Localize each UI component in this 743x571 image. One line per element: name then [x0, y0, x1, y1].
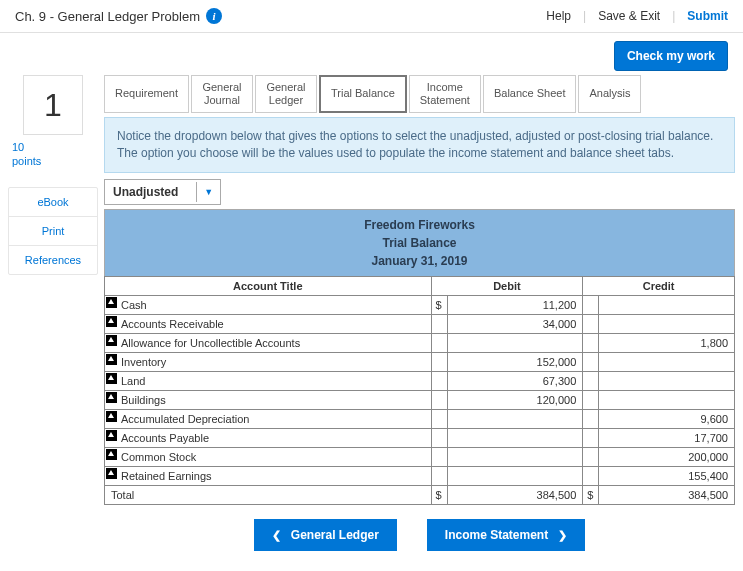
account-cell[interactable]: Accounts Receivable — [105, 314, 432, 333]
credit-cell[interactable] — [599, 371, 735, 390]
account-cell[interactable]: Accounts Payable — [105, 428, 432, 447]
debit-currency: $ — [431, 295, 447, 314]
col-credit: Credit — [583, 276, 735, 295]
report-title: Trial Balance — [105, 234, 734, 252]
chevron-down-icon: ▼ — [196, 182, 220, 202]
credit-currency — [583, 409, 599, 428]
tab-general-journal[interactable]: GeneralJournal — [191, 75, 253, 113]
step-nav: ❮ General Ledger Income Statement ❯ — [104, 519, 735, 551]
tab-income-statement[interactable]: IncomeStatement — [409, 75, 481, 113]
table-row: Retained Earnings155,400 — [105, 466, 735, 485]
credit-cell[interactable] — [599, 314, 735, 333]
dropdown-icon[interactable] — [106, 316, 117, 327]
credit-cell[interactable]: 1,800 — [599, 333, 735, 352]
header-actions: Help | Save & Exit | Submit — [546, 9, 728, 23]
credit-currency — [583, 371, 599, 390]
credit-cell[interactable]: 155,400 — [599, 466, 735, 485]
save-exit-link[interactable]: Save & Exit — [598, 9, 660, 23]
col-account-title: Account Title — [105, 276, 432, 295]
report-date: January 31, 2019 — [105, 252, 734, 270]
dropdown-icon[interactable] — [106, 392, 117, 403]
debit-cell[interactable]: 11,200 — [447, 295, 583, 314]
dropdown-icon[interactable] — [106, 430, 117, 441]
tab-trial-balance[interactable]: Trial Balance — [319, 75, 407, 113]
debit-currency — [431, 352, 447, 371]
company-name: Freedom Fireworks — [105, 216, 734, 234]
total-credit: 384,500 — [599, 485, 735, 504]
debit-cell[interactable] — [447, 333, 583, 352]
check-work-button[interactable]: Check my work — [614, 41, 728, 71]
tab-general-ledger[interactable]: GeneralLedger — [255, 75, 317, 113]
account-cell[interactable]: Common Stock — [105, 447, 432, 466]
question-number: 1 — [23, 75, 83, 135]
debit-currency — [431, 447, 447, 466]
col-debit: Debit — [431, 276, 583, 295]
tab-analysis[interactable]: Analysis — [578, 75, 641, 113]
trial-balance-type-dropdown[interactable]: Unadjusted ▼ — [104, 179, 221, 205]
dropdown-icon[interactable] — [106, 449, 117, 460]
ebook-link[interactable]: eBook — [9, 188, 97, 217]
left-column: 1 10 points eBook Print References — [8, 75, 98, 551]
dropdown-icon[interactable] — [106, 354, 117, 365]
debit-currency — [431, 466, 447, 485]
dropdown-icon[interactable] — [106, 297, 117, 308]
debit-cell[interactable] — [447, 409, 583, 428]
credit-cell[interactable] — [599, 390, 735, 409]
debit-cell[interactable] — [447, 466, 583, 485]
credit-currency — [583, 390, 599, 409]
tab-balance-sheet[interactable]: Balance Sheet — [483, 75, 577, 113]
debit-cell[interactable] — [447, 428, 583, 447]
debit-cell[interactable]: 34,000 — [447, 314, 583, 333]
debit-currency — [431, 409, 447, 428]
dropdown-icon[interactable] — [106, 468, 117, 479]
tab-requirement[interactable]: Requirement — [104, 75, 189, 113]
total-debit: 384,500 — [447, 485, 583, 504]
prev-step-button[interactable]: ❮ General Ledger — [254, 519, 397, 551]
credit-cell[interactable]: 200,000 — [599, 447, 735, 466]
table-row: Cash$11,200 — [105, 295, 735, 314]
dropdown-icon[interactable] — [106, 373, 117, 384]
total-row: Total$384,500$384,500 — [105, 485, 735, 504]
account-cell[interactable]: Inventory — [105, 352, 432, 371]
credit-currency — [583, 352, 599, 371]
credit-cell[interactable] — [599, 295, 735, 314]
credit-cell[interactable] — [599, 352, 735, 371]
account-cell[interactable]: Buildings — [105, 390, 432, 409]
main-area: 1 10 points eBook Print References Requi… — [0, 75, 743, 561]
credit-currency — [583, 447, 599, 466]
print-link[interactable]: Print — [9, 217, 97, 246]
toolbar: Check my work — [0, 33, 743, 75]
table-row: Inventory152,000 — [105, 352, 735, 371]
references-link[interactable]: References — [9, 246, 97, 274]
table-row: Accounts Receivable34,000 — [105, 314, 735, 333]
account-cell[interactable]: Land — [105, 371, 432, 390]
table-row: Land67,300 — [105, 371, 735, 390]
trial-balance-table: Account Title Debit Credit Cash$11,200Ac… — [104, 276, 735, 505]
chevron-left-icon: ❮ — [272, 529, 281, 541]
credit-cell[interactable]: 17,700 — [599, 428, 735, 447]
credit-currency — [583, 466, 599, 485]
debit-cell[interactable] — [447, 447, 583, 466]
account-cell[interactable]: Cash — [105, 295, 432, 314]
dropdown-value: Unadjusted — [105, 180, 196, 204]
prev-step-label: General Ledger — [291, 528, 379, 542]
account-cell[interactable]: Allowance for Uncollectible Accounts — [105, 333, 432, 352]
dropdown-icon[interactable] — [106, 335, 117, 346]
account-cell[interactable]: Retained Earnings — [105, 466, 432, 485]
next-step-button[interactable]: Income Statement ❯ — [427, 519, 585, 551]
debit-currency — [431, 333, 447, 352]
chevron-right-icon: ❯ — [558, 529, 567, 541]
debit-cell[interactable]: 67,300 — [447, 371, 583, 390]
info-icon[interactable]: i — [206, 8, 222, 24]
help-link[interactable]: Help — [546, 9, 571, 23]
account-cell[interactable]: Accumulated Depreciation — [105, 409, 432, 428]
table-row: Accumulated Depreciation9,600 — [105, 409, 735, 428]
debit-cell[interactable]: 152,000 — [447, 352, 583, 371]
dropdown-icon[interactable] — [106, 411, 117, 422]
credit-currency: $ — [583, 485, 599, 504]
content-column: RequirementGeneralJournalGeneralLedgerTr… — [104, 75, 735, 551]
total-label: Total — [105, 485, 432, 504]
submit-link[interactable]: Submit — [687, 9, 728, 23]
debit-cell[interactable]: 120,000 — [447, 390, 583, 409]
credit-cell[interactable]: 9,600 — [599, 409, 735, 428]
